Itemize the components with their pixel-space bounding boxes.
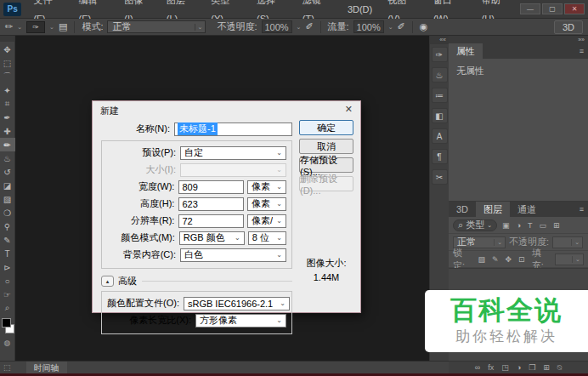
layer-mask-icon[interactable]: ◳: [501, 363, 509, 372]
brush-preset-picker[interactable]: ✑: [26, 21, 45, 33]
adjustments-panel-icon[interactable]: ≔: [432, 88, 448, 103]
eraser-tool[interactable]: ◪: [0, 179, 15, 192]
dodge-tool[interactable]: ⚲: [0, 219, 15, 233]
tool-presets-panel-icon[interactable]: ✂: [432, 169, 448, 185]
zoom-tool[interactable]: ⌕: [0, 301, 15, 315]
layer-opacity-input[interactable]: ⌄: [552, 236, 583, 248]
lock-all-icon[interactable]: ⊡: [517, 255, 527, 264]
paragraph-panel-icon[interactable]: ¶: [432, 149, 448, 164]
delete-layer-icon[interactable]: ⍉: [557, 363, 562, 373]
name-input[interactable]: 未标题-1: [174, 122, 292, 136]
tab-3d[interactable]: 3D: [449, 202, 476, 217]
hand-tool[interactable]: ☞: [0, 288, 15, 301]
brush-preset-dropdown-icon[interactable]: ⌄: [49, 24, 54, 31]
toggle-brush-panel-icon[interactable]: ▤: [59, 21, 67, 32]
styles-panel-icon[interactable]: ◧: [432, 108, 448, 123]
advanced-toggle-icon[interactable]: ▴: [101, 276, 114, 287]
toolbar-grip[interactable]: [0, 36, 14, 42]
crop-tool[interactable]: ⌗: [0, 97, 15, 111]
chevron-down-icon: ⌄: [487, 222, 492, 229]
quick-mask-icon[interactable]: ◍: [4, 339, 11, 347]
maximize-button[interactable]: ▢: [542, 3, 563, 14]
close-button[interactable]: ✕: [564, 3, 585, 14]
preset-select[interactable]: 自定 ⌄: [180, 146, 286, 160]
width-unit-select[interactable]: 像素 ⌄: [247, 180, 286, 194]
character-panel-icon[interactable]: A: [432, 128, 448, 144]
foreground-color-swatch[interactable]: [2, 318, 11, 328]
marquee-tool[interactable]: ⬚: [0, 56, 15, 70]
eyedropper-tool[interactable]: ✒: [0, 111, 15, 124]
clone-source-panel-icon[interactable]: ♨: [432, 67, 448, 83]
cancel-button[interactable]: 取消: [299, 139, 353, 154]
layer-fill-input[interactable]: ⌄: [555, 254, 584, 265]
collapse-panels-icon[interactable]: »»: [449, 36, 588, 43]
tab-timeline[interactable]: 时间轴: [26, 362, 67, 374]
ok-button[interactable]: 确定: [299, 120, 353, 135]
dialog-title-bar[interactable]: 新建 ✕: [93, 101, 360, 118]
flow-dropdown-icon[interactable]: ⌄: [388, 24, 393, 31]
menu-3d[interactable]: 3D(D): [340, 0, 380, 19]
lock-position-icon[interactable]: ✥: [504, 255, 514, 264]
height-unit-select[interactable]: 像素 ⌄: [247, 197, 286, 211]
resolution-input[interactable]: 72: [178, 214, 244, 228]
brush-tool-icon[interactable]: ✏: [5, 21, 13, 32]
blend-mode-select[interactable]: 正常 ⌄: [107, 20, 206, 33]
filter-shape-layers-icon[interactable]: ▭: [538, 221, 549, 230]
color-mode-select[interactable]: RGB 颜色 ⌄: [179, 231, 245, 245]
airbrush-icon[interactable]: ✐: [305, 21, 313, 32]
bit-depth-select[interactable]: 8 位 ⌄: [248, 231, 286, 245]
clone-stamp-tool[interactable]: ♨: [0, 151, 15, 165]
brush-tool[interactable]: ✏: [0, 138, 15, 151]
panel-menu-icon[interactable]: ≡: [580, 202, 588, 217]
timeline-panel-icon[interactable]: ⬚: [3, 363, 11, 372]
minimize-button[interactable]: —: [520, 3, 540, 14]
airbrush-style-icon[interactable]: ✐: [398, 21, 405, 32]
tab-layers[interactable]: 图层: [476, 202, 510, 217]
opacity-input[interactable]: 100%: [262, 20, 292, 33]
color-profile-select[interactable]: sRGB IEC61966-2.1 ⌄: [184, 297, 290, 310]
chevron-down-icon: ⌄: [273, 217, 286, 225]
layer-style-icon[interactable]: fx: [488, 363, 494, 372]
path-selection-tool[interactable]: ⊳: [0, 260, 15, 274]
brush-presets-panel-icon[interactable]: ✑: [432, 47, 448, 62]
layer-filter-select[interactable]: ⌕ 类型 ⌄: [453, 219, 497, 231]
brush-tool-dropdown-icon[interactable]: ⌄: [17, 24, 22, 31]
filter-pixel-layers-icon[interactable]: ▣: [500, 221, 512, 230]
flow-input[interactable]: 100%: [353, 20, 384, 33]
healing-brush-tool[interactable]: ✚: [0, 124, 15, 138]
workspace-switcher-button[interactable]: 3D: [554, 20, 583, 34]
type-tool[interactable]: T: [0, 247, 15, 260]
magic-wand-tool[interactable]: ✦: [0, 83, 15, 97]
panel-menu-icon[interactable]: ≡: [580, 43, 588, 59]
tab-properties[interactable]: 属性: [449, 43, 483, 59]
pixel-aspect-select[interactable]: 方形像素 ⌄: [195, 314, 286, 328]
lasso-tool[interactable]: ⌒: [0, 70, 15, 83]
dialog-close-icon[interactable]: ✕: [345, 104, 353, 115]
resolution-unit-select[interactable]: 像素/英寸 ⌄: [247, 214, 286, 228]
gradient-tool[interactable]: ▨: [0, 192, 15, 206]
background-select[interactable]: 白色 ⌄: [180, 248, 286, 262]
pen-tool[interactable]: ✎: [0, 233, 15, 247]
history-brush-tool[interactable]: ↺: [0, 165, 15, 179]
save-preset-button[interactable]: 存储预设(S)...: [299, 157, 353, 173]
dialog-title: 新建: [100, 105, 119, 116]
filter-smart-objects-icon[interactable]: ⊞: [551, 221, 562, 230]
eyedropper-icon: ✒: [3, 113, 10, 122]
tab-channels[interactable]: 通道: [510, 202, 544, 217]
expand-dock-icon[interactable]: ««: [430, 36, 449, 44]
pressure-icon[interactable]: ◉: [420, 21, 428, 32]
opacity-dropdown-icon[interactable]: ⌄: [297, 24, 302, 31]
height-input[interactable]: 623: [178, 197, 244, 211]
width-input[interactable]: 809: [178, 180, 244, 194]
move-tool[interactable]: ✥: [0, 43, 15, 56]
filter-type-layers-icon[interactable]: T: [526, 221, 534, 230]
blur-tool[interactable]: ❍: [0, 206, 15, 219]
filter-adjustment-layers-icon[interactable]: ◑: [515, 221, 523, 230]
lock-pixels-icon[interactable]: ✎: [490, 255, 500, 264]
new-layer-icon[interactable]: ⊞: [543, 363, 550, 372]
lock-transparent-icon[interactable]: ▨: [476, 255, 487, 264]
adjustment-layer-icon[interactable]: ◑: [517, 363, 521, 372]
shape-tool[interactable]: ○: [0, 274, 15, 288]
link-layers-icon[interactable]: ∞: [475, 363, 480, 372]
new-group-icon[interactable]: ❒: [529, 363, 535, 372]
